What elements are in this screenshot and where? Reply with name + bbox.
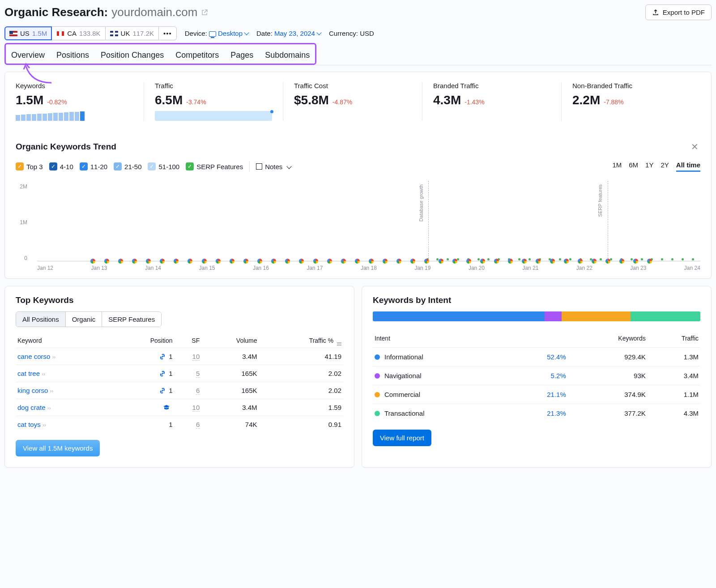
keyword-link[interactable]: dog crate — [17, 404, 46, 411]
intent-table: IntentKeywordsTraffic Informational52.4%… — [373, 329, 700, 422]
chart-annotation: SERP features — [597, 184, 603, 217]
intent-pct-link[interactable]: 5.2% — [551, 372, 566, 379]
more-countries-button[interactable]: ••• — [159, 26, 177, 40]
table-row: Commercial21.1%374.9K1.1M — [373, 385, 700, 404]
keyword-link[interactable]: cat toys — [17, 421, 41, 428]
checkbox-icon: ✓ — [16, 162, 24, 170]
link-icon — [159, 387, 166, 394]
table-row: dog crate››103.4M1.59 — [16, 399, 343, 416]
checkbox-icon: ✓ — [114, 162, 122, 170]
segment-organic[interactable]: Organic — [66, 312, 102, 327]
trend-title: Organic Keywords Trend — [16, 142, 116, 152]
title-prefix: Organic Research: — [4, 5, 108, 19]
checkbox-icon: ✓ — [148, 162, 156, 170]
country-selector: US 1.5MCA 133.8KUK 117.2K••• — [4, 26, 177, 40]
intent-pct-link[interactable]: 21.3% — [547, 409, 566, 417]
table-row: cane corso››1103.4M41.19 — [16, 348, 343, 365]
education-icon — [163, 404, 170, 411]
top-keywords-table: KeywordPositionSFVolumeTraffic % cane co… — [16, 333, 343, 433]
tab-overview[interactable]: Overview — [11, 51, 45, 60]
intent-dot-icon — [375, 411, 380, 416]
chart-annotation: Database growth — [418, 184, 424, 222]
close-icon[interactable]: ✕ — [689, 140, 700, 154]
keyword-link[interactable]: cane corso — [17, 353, 50, 360]
tab-pages[interactable]: Pages — [230, 51, 253, 60]
intent-title: Keywords by Intent — [373, 295, 700, 305]
title-domain: yourdomain.com — [111, 5, 197, 19]
chevron-down-icon — [244, 30, 249, 35]
country-pill-us[interactable]: US 1.5M — [4, 26, 52, 40]
table-row: Transactional21.3%377.2K4.3M — [373, 404, 700, 423]
legend-21-50[interactable]: ✓21-50 — [114, 162, 141, 170]
tab-subdomains[interactable]: Subdomains — [265, 51, 310, 60]
link-icon — [159, 353, 166, 360]
chevron-right-icon: ›› — [43, 422, 46, 428]
table-row: Informational52.4%929.4K1.3M — [373, 348, 700, 366]
table-row: cat tree››15165K2.02 — [16, 365, 343, 382]
export-pdf-button[interactable]: Export to PDF — [645, 4, 712, 20]
metric-non-branded-traffic[interactable]: Non-Branded Traffic2.2M-7.88% — [561, 82, 700, 121]
sort-icon[interactable] — [337, 342, 341, 343]
legend-4-10[interactable]: ✓4-10 — [49, 162, 73, 170]
intent-bar[interactable] — [373, 311, 700, 321]
country-pill-ca[interactable]: CA 133.8K — [52, 26, 105, 40]
view-full-report-button[interactable]: View full report — [373, 430, 431, 446]
chevron-right-icon: ›› — [50, 388, 53, 394]
currency-filter: Currency: USD — [329, 30, 374, 37]
time-range-selector: 1M6M1Y2YAll time — [612, 161, 700, 172]
metric-traffic[interactable]: Traffic6.5M-3.74% — [144, 82, 283, 121]
view-all-keywords-button[interactable]: View all 1.5M keywords — [16, 440, 100, 456]
annotation-arrow — [22, 63, 58, 87]
external-link-icon[interactable] — [201, 9, 208, 16]
segment-serp-features[interactable]: SERP Features — [102, 312, 161, 327]
intent-dot-icon — [375, 392, 380, 397]
range-1m[interactable]: 1M — [612, 161, 622, 172]
desktop-icon — [209, 31, 216, 37]
legend-top-3[interactable]: ✓Top 3 — [16, 162, 43, 170]
checkbox-icon: ✓ — [80, 162, 88, 170]
checkbox-icon: ✓ — [186, 162, 194, 170]
table-row: Navigational5.2%93K3.4M — [373, 366, 700, 385]
intent-pct-link[interactable]: 21.1% — [547, 391, 566, 398]
range-2y[interactable]: 2Y — [661, 161, 669, 172]
chevron-right-icon: ›› — [42, 371, 45, 377]
tab-positions[interactable]: Positions — [56, 51, 89, 60]
date-filter[interactable]: Date: May 23, 2024 — [256, 30, 321, 37]
metric-branded-traffic[interactable]: Branded Traffic4.3M-1.43% — [422, 82, 561, 121]
keyword-link[interactable]: king corso — [17, 387, 48, 394]
segment-all-positions[interactable]: All Positions — [16, 312, 66, 327]
range-6m[interactable]: 6M — [629, 161, 638, 172]
top-keywords-card: Top Keywords All PositionsOrganicSERP Fe… — [4, 286, 354, 468]
country-pill-uk[interactable]: UK 117.2K — [106, 26, 159, 40]
flag-ca-icon — [56, 31, 64, 36]
link-icon — [159, 370, 166, 377]
legend-serp-features[interactable]: ✓SERP Features — [186, 162, 243, 170]
flag-us-icon — [9, 31, 17, 36]
legend-51-100[interactable]: ✓51-100 — [148, 162, 179, 170]
report-tabs: OverviewPositionsPosition ChangesCompeti… — [4, 43, 316, 65]
export-label: Export to PDF — [663, 9, 705, 16]
range-all-time[interactable]: All time — [676, 161, 700, 172]
metric-traffic-cost[interactable]: Traffic Cost$5.8M-4.87% — [283, 82, 422, 121]
intent-pct-link[interactable]: 52.4% — [547, 353, 566, 361]
keyword-link[interactable]: cat tree — [17, 370, 40, 377]
notes-button[interactable]: Notes — [256, 163, 291, 170]
metric-keywords[interactable]: Keywords1.5M-0.82% — [16, 82, 144, 121]
page-title: Organic Research: yourdomain.com — [4, 5, 208, 19]
chevron-right-icon: ›› — [47, 405, 51, 411]
trend-chart[interactable]: 2M1M0 Database growthSERP features Jan 1… — [5, 175, 711, 278]
intent-dot-icon — [375, 354, 380, 360]
tab-position-changes[interactable]: Position Changes — [101, 51, 164, 60]
note-icon — [256, 163, 262, 170]
flag-uk-icon — [110, 31, 118, 36]
top-keywords-title: Top Keywords — [16, 295, 343, 305]
table-row: king corso››16165K2.02 — [16, 382, 343, 399]
legend-11-20[interactable]: ✓11-20 — [80, 162, 107, 170]
tab-competitors[interactable]: Competitors — [175, 51, 219, 60]
chevron-right-icon: ›› — [52, 354, 55, 360]
device-filter[interactable]: Device: Desktop — [185, 30, 248, 37]
checkbox-icon: ✓ — [49, 162, 57, 170]
intent-dot-icon — [375, 373, 380, 379]
chart-legend: ✓Top 3✓4-10✓11-20✓21-50✓51-100✓SERP Feat… — [16, 162, 243, 170]
range-1y[interactable]: 1Y — [645, 161, 653, 172]
